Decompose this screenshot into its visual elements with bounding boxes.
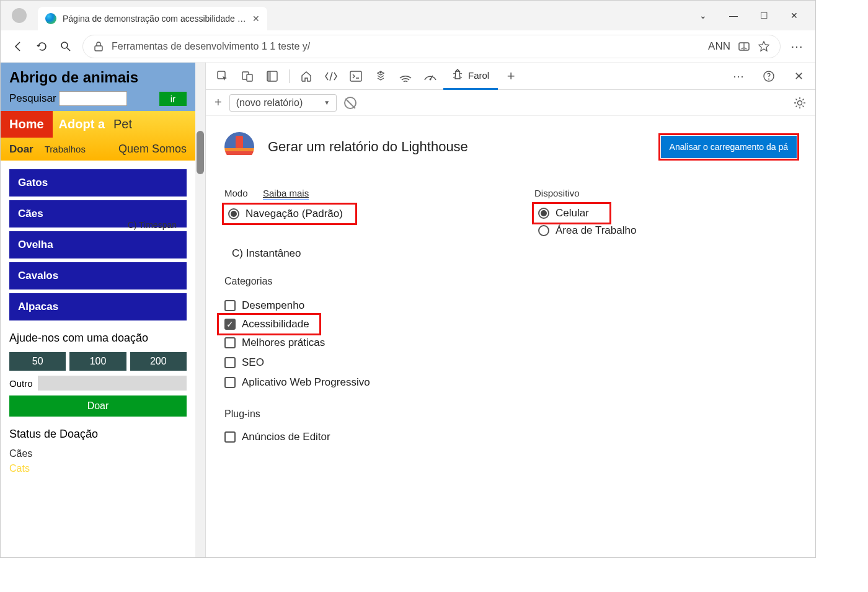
svg-point-0 [61,42,68,48]
edge-icon [45,13,56,24]
nav-pet[interactable]: Pet [107,111,138,138]
window-controls: ⌄ — ☐ ✕ [699,11,815,20]
cat-seo[interactable]: SEO [224,353,460,373]
analyze-button[interactable]: Analisar o carregamento da pá [661,136,797,158]
nav-adopt[interactable]: Adopt a [53,111,107,138]
amount-200[interactable]: 200 [130,352,187,371]
browser-tab[interactable]: Página de demonstração com acessibilidad… [38,7,267,30]
search-icon[interactable] [59,40,73,53]
device-label: Dispositivo [534,188,640,198]
svg-point-9 [380,71,382,73]
list-item[interactable]: Alpacas [9,293,187,320]
lighthouse-logo-icon [224,132,254,162]
svg-rect-5 [247,74,252,81]
nav-jobs[interactable]: Trabalhos [45,144,86,154]
close-devtools-icon[interactable]: ✕ [787,64,810,88]
back-icon[interactable] [12,40,25,53]
tab-lighthouse[interactable]: Farol [443,63,498,90]
mode-snapshot[interactable]: C) Instantâneo [232,247,460,260]
device-desktop-label: Área de Trabalho [556,224,636,237]
list-item[interactable]: Gatos [9,169,187,197]
maximize-icon[interactable]: ☐ [760,11,768,20]
help-icon[interactable] [757,64,781,88]
list-item[interactable]: Ovelha [9,231,187,258]
device-desktop[interactable]: Área de Trabalho [534,222,640,239]
new-report-icon[interactable]: + [215,95,222,110]
gear-icon[interactable] [793,96,807,110]
nav-home[interactable]: Home [1,111,53,138]
close-window-icon[interactable]: ✕ [790,11,798,20]
translate-badge: ANN [708,40,730,53]
mode-navigation[interactable]: Navegação (Padrão) [224,205,355,223]
new-tab-icon[interactable]: ⌄ [699,11,707,20]
nav-about[interactable]: Quem Somos [118,143,187,156]
elements-icon[interactable] [319,64,343,88]
status-dogs: Cães [9,448,187,459]
profile-icon[interactable] [12,8,27,23]
more-tools-icon[interactable]: ⋯ [727,64,751,88]
report-dropdown[interactable]: (novo relatório) ▼ [229,94,337,112]
checkbox-icon: ✓ [224,319,236,330]
devtools-panel: Farol + ⋯ ✕ + (novo relatório) ▼ Gerar u… [205,63,815,557]
cat-label: Aplicativo Web Progressivo [242,376,370,389]
donate-button[interactable]: Doar [9,395,187,417]
cat-label: SEO [242,356,264,369]
category-list: Gatos Cães C) Timespan Ovelha Cavalos Al… [1,161,195,329]
device-toggle-icon[interactable] [236,64,259,88]
sources-icon[interactable] [369,64,392,88]
cat-best-practices[interactable]: Melhores práticas [224,333,460,353]
cat-accessibility[interactable]: ✓ Acessibilidade [219,316,319,333]
scroll-thumb[interactable] [197,131,204,174]
stray-text: C) Timespan [128,220,177,230]
go-button[interactable]: ir [159,92,187,106]
address-bar: Ferramentas de desenvolvimento 1 1 teste… [1,30,815,63]
minimize-icon[interactable]: — [729,11,738,20]
list-item[interactable]: Cavalos [9,262,187,289]
add-tab-icon[interactable]: + [499,64,523,88]
device-mobile[interactable]: Celular [534,205,609,222]
svg-point-12 [768,78,769,79]
welcome-icon[interactable] [294,64,318,88]
lighthouse-title: Gerar um relatório do Lighthouse [268,139,468,155]
nav-donate[interactable]: Doar [9,143,33,156]
donation-section: Ajude-nos com uma doação 50 100 200 Outr… [1,329,195,483]
device-mobile-label: Celular [556,207,589,219]
page-header: Abrigo de animais Pesquisar ir [1,63,195,111]
devtools-tabs: Farol + ⋯ ✕ [206,63,815,90]
titlebar: Página de demonstração com acessibilidad… [1,1,815,30]
close-icon[interactable]: ✕ [252,14,260,24]
svg-rect-1 [95,46,102,51]
network-icon[interactable] [394,64,417,88]
lock-icon [93,41,104,52]
svg-rect-7 [267,71,271,81]
performance-icon[interactable] [418,64,442,88]
scrollbar[interactable] [195,63,205,557]
status-cats: Cats [9,463,187,474]
favorite-icon[interactable] [758,40,770,53]
chevron-down-icon: ▼ [324,99,330,106]
cat-label: Acessibilidade [242,318,309,330]
search-input[interactable] [59,91,127,106]
amount-100[interactable]: 100 [69,352,126,371]
inspect-icon[interactable] [211,64,234,88]
svg-point-10 [430,78,432,80]
console-icon[interactable] [344,64,368,88]
radio-icon [538,225,549,236]
other-input[interactable] [38,376,187,391]
amount-50[interactable]: 50 [9,352,66,371]
dock-icon[interactable] [260,64,284,88]
status-heading: Status de Doação [9,428,187,441]
cat-pwa[interactable]: Aplicativo Web Progressivo [224,373,460,392]
refresh-icon[interactable] [35,40,49,53]
more-icon[interactable]: ⋯ [790,40,804,53]
svg-rect-8 [350,71,361,81]
url-field[interactable]: Ferramentas de desenvolvimento 1 1 teste… [82,35,781,58]
plugin-publisher-ads[interactable]: Anúncios de Editor [224,427,460,447]
checkbox-icon [224,337,236,348]
categories-label: Categorias [224,276,460,287]
cat-performance[interactable]: Desempenho [224,296,460,316]
learn-more-link[interactable]: Saiba mais [263,188,309,200]
reader-icon[interactable] [738,40,750,53]
clear-icon[interactable] [344,97,356,109]
svg-point-13 [798,100,802,105]
